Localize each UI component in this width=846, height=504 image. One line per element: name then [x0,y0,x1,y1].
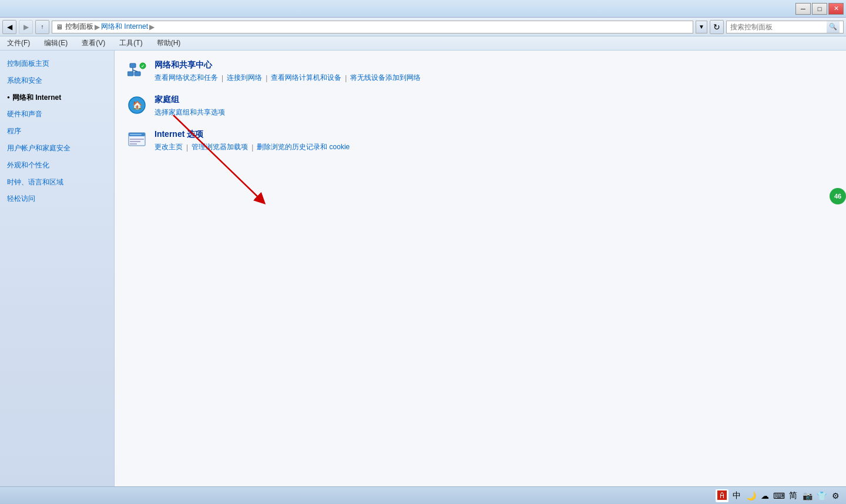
addr-sep2: ▶ [149,23,155,31]
taskbar-icon-8[interactable]: ⚙ [830,490,841,502]
sidebar-item-network[interactable]: ● 网络和 Internet [0,89,114,106]
section-homegroup: 🏠 家庭组 选择家庭组和共享选项 [126,95,834,117]
addr-icon: 🖥 [56,23,63,31]
taskbar-icon-6[interactable]: 📷 [801,490,813,502]
svg-rect-1 [135,72,140,76]
back-button[interactable]: ◀ [2,20,16,34]
taskbar-icon-2[interactable]: 🌙 [745,490,757,502]
address-bar: ◀ ▶ ↑ 🖥 控制面板 ▶ 网络和 Internet ▶ ▼ ↻ 🔍 [0,18,846,36]
link-delete-history[interactable]: 删除浏览的历史记录和 cookie [257,142,350,152]
svg-rect-13 [130,141,140,142]
section-internet-options-title[interactable]: Internet 选项 [155,129,834,140]
addr-mid[interactable]: 网络和 Internet [101,22,148,32]
search-container: 🔍 [726,21,844,33]
link-add-wireless[interactable]: 将无线设备添加到网络 [350,73,421,83]
sidebar-item-clock[interactable]: 时钟、语言和区域 [0,174,114,191]
sidebar-item-appearance[interactable]: 外观和个性化 [0,157,114,174]
sidebar-item-security[interactable]: 系统和安全 [0,72,114,89]
close-button[interactable]: ✕ [828,3,844,15]
sidebar-item-hardware[interactable]: 硬件和声音 [0,106,114,123]
svg-rect-2 [127,72,133,76]
addr-sep1: ▶ [95,23,100,31]
taskbar-icon-0[interactable]: 🅰 [716,489,728,502]
bullet-icon: ● [7,94,10,100]
restore-button[interactable]: □ [812,3,827,15]
section-network-sharing: ✓ 网络和共享中心 查看网络状态和任务 | 连接到网络 | 查看网络计算机和设备… [126,60,834,83]
title-bar: ─ □ ✕ [0,0,846,18]
taskbar-icon-3[interactable]: ☁ [759,490,771,502]
section-internet-options-content: Internet 选项 更改主页 | 管理浏览器加载项 | 删除浏览的历史记录和… [155,129,834,152]
menu-view[interactable]: 查看(V) [79,37,108,49]
menu-help[interactable]: 帮助(H) [155,37,183,49]
network-icon-svg: ✓ [127,61,146,80]
svg-rect-0 [130,63,136,68]
sidebar-item-access[interactable]: 轻松访问 [0,190,114,207]
link-view-computers[interactable]: 查看网络计算机和设备 [271,73,341,83]
link-choose-homegroup[interactable]: 选择家庭组和共享选项 [155,107,225,117]
taskbar-icon-4[interactable]: ⌨ [773,490,785,502]
link-connect-network[interactable]: 连接到网络 [227,73,262,83]
annotation-arrow [167,109,285,215]
section-internet-options-links: 更改主页 | 管理浏览器加载项 | 删除浏览的历史记录和 cookie [155,142,834,152]
internet-icon-svg [127,130,146,149]
svg-line-15 [173,115,261,200]
taskbar-icon-1[interactable]: 中 [731,490,743,502]
section-homegroup-links: 选择家庭组和共享选项 [155,107,834,117]
section-network-sharing-links: 查看网络状态和任务 | 连接到网络 | 查看网络计算机和设备 | 将无线设备添加… [155,73,834,83]
sidebar-item-programs[interactable]: 程序 [0,123,114,140]
address-path: 🖥 控制面板 ▶ 网络和 Internet ▶ [52,21,693,33]
taskbar-icon-7[interactable]: 👕 [815,490,827,502]
sidebar-item-home[interactable]: 控制面板主页 [0,55,114,72]
network-sharing-icon: ✓ [126,60,147,81]
menu-bar: 文件(F) 编辑(E) 查看(V) 工具(T) 帮助(H) [0,36,846,51]
menu-edit[interactable]: 编辑(E) [42,37,70,49]
refresh-button[interactable]: ↻ [710,20,724,34]
addr-root: 控制面板 [65,22,93,32]
taskbar-icon-5[interactable]: 简 [787,490,799,502]
address-dropdown[interactable]: ▼ [696,21,707,33]
section-internet-options: Internet 选项 更改主页 | 管理浏览器加载项 | 删除浏览的历史记录和… [126,129,834,152]
forward-button[interactable]: ▶ [19,20,33,34]
section-homegroup-content: 家庭组 选择家庭组和共享选项 [155,95,834,117]
svg-rect-14 [130,143,137,145]
homegroup-icon-svg: 🏠 [127,96,146,115]
menu-file[interactable]: 文件(F) [5,37,32,49]
search-button[interactable]: 🔍 [827,21,840,33]
sidebar-item-accounts[interactable]: 用户帐户和家庭安全 [0,140,114,157]
link-subtitle[interactable]: 查看网络状态和任务 [155,73,218,83]
search-input[interactable] [727,23,827,31]
svg-rect-12 [130,139,144,140]
homegroup-icon: 🏠 [126,95,147,116]
content-area: ✓ 网络和共享中心 查看网络状态和任务 | 连接到网络 | 查看网络计算机和设备… [115,51,846,486]
sidebar-network-label: 网络和 Internet [12,93,61,103]
section-network-sharing-content: 网络和共享中心 查看网络状态和任务 | 连接到网络 | 查看网络计算机和设备 |… [155,60,834,83]
svg-rect-11 [130,134,142,135]
svg-text:🏠: 🏠 [132,100,143,110]
up-button[interactable]: ↑ [35,20,49,34]
svg-text:✓: ✓ [141,64,145,68]
link-change-homepage[interactable]: 更改主页 [155,142,183,152]
main-container: 控制面板主页 系统和安全 ● 网络和 Internet 硬件和声音 程序 用户帐… [0,51,846,486]
minimize-button[interactable]: ─ [795,3,811,15]
taskbar: 🅰 中 🌙 ☁ ⌨ 简 📷 👕 ⚙ [0,486,846,504]
section-network-sharing-title[interactable]: 网络和共享中心 [155,60,834,70]
sidebar: 控制面板主页 系统和安全 ● 网络和 Internet 硬件和声音 程序 用户帐… [0,51,115,486]
menu-tools[interactable]: 工具(T) [117,37,145,49]
internet-options-icon [126,129,147,150]
floating-button[interactable]: 46 [830,188,846,204]
link-manage-addons[interactable]: 管理浏览器加载项 [192,142,248,152]
section-homegroup-title[interactable]: 家庭组 [155,95,834,105]
title-bar-buttons: ─ □ ✕ [795,3,844,15]
